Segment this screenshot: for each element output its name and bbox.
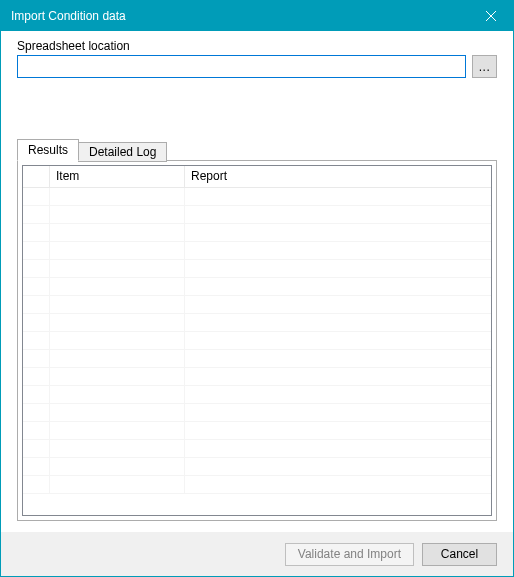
tab-panel-results: Item Report [17, 160, 497, 521]
table-row [23, 278, 491, 296]
table-row [23, 206, 491, 224]
spreadsheet-location-label: Spreadsheet location [17, 39, 497, 53]
location-row: ... [17, 55, 497, 78]
title-bar: Import Condition data [1, 1, 513, 31]
column-header-item[interactable]: Item [50, 166, 185, 187]
table-row [23, 260, 491, 278]
table-row [23, 476, 491, 494]
column-header-status[interactable] [23, 166, 50, 187]
table-row [23, 332, 491, 350]
spreadsheet-location-input[interactable] [17, 55, 466, 78]
table-row [23, 404, 491, 422]
table-row [23, 224, 491, 242]
tab-strip: Results Detailed Log [17, 138, 497, 160]
tab-results[interactable]: Results [17, 139, 79, 161]
table-row [23, 422, 491, 440]
table-row [23, 242, 491, 260]
dialog-footer: Validate and Import Cancel [1, 531, 513, 576]
tab-detailed-log[interactable]: Detailed Log [78, 142, 167, 162]
close-button[interactable] [469, 1, 513, 31]
validate-and-import-button[interactable]: Validate and Import [285, 543, 414, 566]
table-row [23, 458, 491, 476]
cancel-button[interactable]: Cancel [422, 543, 497, 566]
table-row [23, 440, 491, 458]
grid-body [23, 188, 491, 515]
results-grid: Item Report [22, 165, 492, 516]
table-row [23, 386, 491, 404]
dialog-window: Import Condition data Spreadsheet locati… [0, 0, 514, 577]
browse-button[interactable]: ... [472, 55, 497, 78]
content-area: Spreadsheet location ... Results Detaile… [1, 31, 513, 531]
table-row [23, 314, 491, 332]
grid-header: Item Report [23, 166, 491, 188]
table-row [23, 368, 491, 386]
close-icon [486, 11, 496, 21]
table-row [23, 350, 491, 368]
table-row [23, 296, 491, 314]
table-row [23, 188, 491, 206]
column-header-report[interactable]: Report [185, 166, 491, 187]
window-title: Import Condition data [11, 9, 469, 23]
